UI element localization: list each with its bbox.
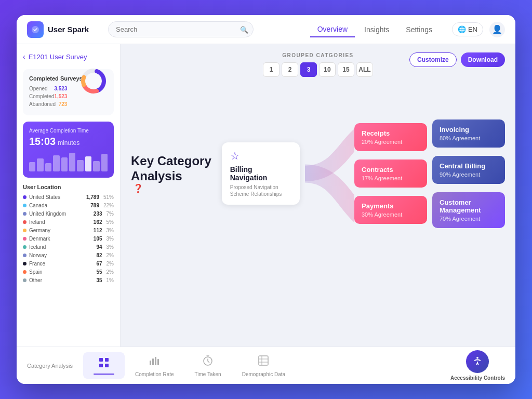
location-pct: 2% [107,269,114,275]
location-dot [23,204,26,207]
customize-button[interactable]: Customize [409,52,457,67]
main-title: Key CategoryAnalysis [131,154,211,184]
location-dot [23,212,26,216]
tab-category-analysis[interactable] [83,352,125,379]
cat-tab-3[interactable]: 3 [300,62,317,77]
receipts-agreement: 20% Agreement [362,139,420,145]
location-count: 162 [94,219,102,225]
user-avatar[interactable]: 👤 [489,22,505,37]
svg-point-18 [477,357,479,359]
sidebar: ‹ E1201 User Survey Completed Surveys Op… [17,44,121,347]
location-count: 67 [96,261,102,267]
location-count: 55 [96,269,102,275]
demographic-data-icon [257,354,270,369]
location-right: 162 5% [94,219,114,225]
download-button[interactable]: Download [461,52,505,67]
central-billing-agreement: 90% Agreement [440,171,498,178]
search-input[interactable] [108,21,254,37]
cat-tab-15[interactable]: 15 [338,62,354,77]
location-count: 94 [96,244,102,250]
payments-name: Payments [362,202,420,210]
location-right: 105 3% [94,236,114,242]
svg-rect-8 [105,364,109,367]
bar-4 [61,157,68,171]
star-icon: ☆ [230,150,240,162]
tab-insights[interactable]: Insights [357,22,396,37]
time-value-row: 15:03 minutes [29,136,108,153]
category-analysis-icon [98,356,110,371]
location-pct: 51% [103,194,114,200]
cat-tab-1[interactable]: 1 [263,62,280,77]
location-right: 233 7% [94,211,114,217]
opened-row: Opened 3,523 [29,86,67,91]
location-item: Other 35 1% [23,277,114,283]
bar-8 [93,161,99,171]
location-right: 789 22% [90,203,114,208]
diagram-area: Key CategoryAnalysis ❓ ☆ Billing Navigat… [131,85,505,262]
location-item: Canada 789 22% [23,203,114,208]
location-item: United States 1,789 51% [23,194,114,200]
location-dot [23,229,26,232]
location-title: User Location [23,184,114,190]
location-item: Ireland 162 5% [23,219,114,225]
language-button[interactable]: 🌐 EN [452,22,483,36]
location-item: Spain 55 2% [23,269,114,275]
bar-chart [29,153,108,171]
location-left: Spain [23,269,43,275]
tab-settings[interactable]: Settings [398,22,440,37]
location-left: Canada [23,203,47,208]
cat-tab-2[interactable]: 2 [282,62,298,77]
location-count: 789 [90,203,99,208]
bottom-tabs: Category Analysis Co [17,347,515,384]
cat-tab-all[interactable]: ALL [356,62,373,77]
billing-subtitle: Proposed Navigation Scheme Relationships [230,184,291,197]
time-unit: minutes [58,139,79,147]
svg-rect-5 [99,358,103,362]
tab-overview[interactable]: Overview [310,22,355,37]
location-pct: 22% [103,203,114,208]
abandoned-row: Abandoned 723 [29,101,67,107]
logo-icon [27,21,44,38]
bottom-section-label: Category Analysis [27,363,73,369]
location-right: 112 3% [94,228,114,233]
location-left: Iceland [23,244,46,250]
tab-completion-rate[interactable]: Completion Rate [125,350,184,381]
location-left: France [23,261,45,267]
source-node-payments: Payments 30% Agreement [354,196,427,224]
location-list: United States 1,789 51% Canada 789 22% U… [23,194,114,283]
bar-1 [37,158,43,171]
svg-rect-10 [152,358,154,365]
logo-area: User Spark [27,21,89,38]
location-count: 35 [96,277,102,283]
header-actions: 🌐 EN 👤 [452,22,505,37]
dest-node-billing: Central Billing 90% Agreement [432,156,505,184]
location-name: Norway [29,252,47,258]
location-pct: 3% [107,244,114,250]
location-item: United Kingdom 233 7% [23,211,114,217]
invoicing-agreement: 80% Agreement [440,135,498,141]
dest-nodes: Invoicing 80% Agreement Central Billing … [432,119,505,228]
tab-demographic-data[interactable]: Demographic Data [232,350,296,381]
central-billing-name: Central Billing [440,162,498,170]
source-node-contracts: Contracts 17% Agreement [354,159,427,188]
location-count: 105 [94,236,102,242]
location-pct: 3% [107,236,114,242]
svg-rect-7 [99,364,103,367]
bar-6 [77,160,83,172]
bar-0 [29,162,35,171]
info-icon: ❓ [133,184,143,193]
location-name: United Kingdom [29,211,66,217]
location-name: Spain [29,269,43,275]
accessibility-button[interactable] [466,350,489,373]
svg-rect-14 [259,356,268,365]
time-label: Average Completion Time [29,128,108,134]
cat-tab-10[interactable]: 10 [319,62,336,77]
completion-rate-label: Completion Rate [135,371,174,377]
location-right: 35 1% [96,277,114,283]
location-right: 1,789 51% [86,194,114,200]
completed-surveys-card: Completed Surveys Opened 3,523 Completed… [23,69,114,115]
tab-time-taken[interactable]: Time Taken [184,350,232,381]
app-window: User Spark 🔍 Overview Insights Settings … [17,15,515,384]
back-button[interactable]: ‹ E1201 User Survey [23,52,114,61]
demographic-label: Demographic Data [242,371,285,377]
